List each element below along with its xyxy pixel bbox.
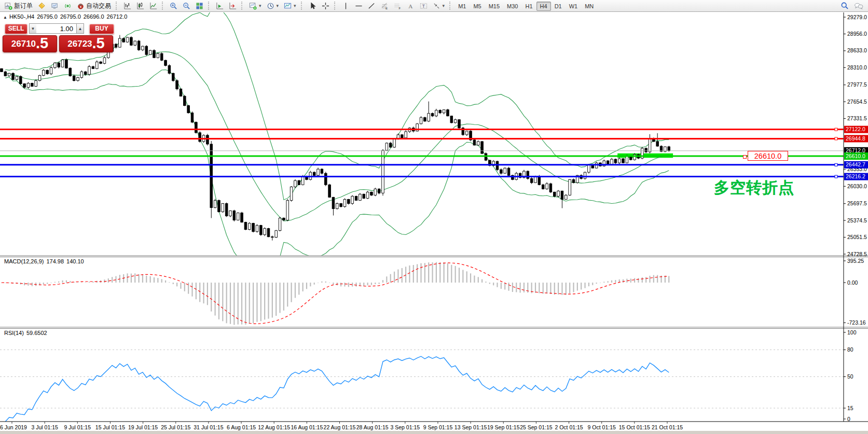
tab-timeframe-m15[interactable]: M15 [485, 2, 503, 11]
svg-text:15: 15 [847, 405, 853, 411]
zoom-out-icon [183, 2, 190, 10]
chart-area[interactable]: 29279.028956.028633.028310.027977.527654… [0, 0, 868, 434]
trend-line-button[interactable] [365, 0, 378, 11]
horizontal-line-button[interactable] [352, 0, 365, 11]
crosshair-button[interactable] [319, 0, 332, 11]
zoom-in-button[interactable] [167, 0, 180, 11]
toolbar-separator [208, 2, 211, 10]
arrows-button[interactable]: ▾ [430, 0, 448, 11]
vertical-line-button[interactable] [339, 0, 352, 11]
hline-handle-icon[interactable] [835, 175, 837, 178]
buy-price-main: 26723 [67, 37, 92, 51]
low-value: 26696.0 [84, 13, 104, 20]
svg-text:31 Jul 01:15: 31 Jul 01:15 [194, 424, 223, 430]
line-chart-button[interactable] [147, 0, 160, 11]
toolbar-separator [241, 2, 244, 10]
tab-timeframe-h1[interactable]: H1 [522, 2, 536, 11]
candlestick-chart-button[interactable] [134, 0, 147, 11]
arrow-objects-icon [433, 2, 440, 10]
svg-text:3 Jul 01:15: 3 Jul 01:15 [31, 424, 58, 430]
svg-text:9 Oct 01:15: 9 Oct 01:15 [588, 424, 616, 430]
signals-button[interactable] [61, 0, 74, 11]
tab-timeframe-w1[interactable]: W1 [566, 2, 582, 11]
clock-icon [267, 2, 274, 10]
svg-text:19 Jul 01:15: 19 Jul 01:15 [128, 424, 158, 430]
svg-text:26610.0: 26610.0 [846, 153, 865, 159]
search-button[interactable] [838, 0, 851, 11]
toolbar-separator [162, 2, 165, 10]
price-annotation-label[interactable]: 26610.0 [748, 151, 788, 161]
price-axis-labels: 29279.028956.028633.028310.027977.527654… [844, 14, 868, 257]
annotation-handle-icon[interactable] [743, 155, 747, 159]
svg-text:E: E [385, 6, 388, 9]
svg-text:28310.0: 28310.0 [847, 64, 867, 71]
line-chart-icon [149, 2, 157, 10]
signals-icon [64, 2, 72, 10]
text-button[interactable]: A [404, 0, 417, 11]
sell-price-main: 26710 [11, 37, 36, 51]
crosshair-icon [322, 2, 329, 10]
buy-price-display[interactable]: 26723.5 [59, 35, 113, 52]
volume-input[interactable] [36, 23, 76, 34]
rsi-name: RSI(14) [4, 330, 24, 336]
cursor-button[interactable] [306, 0, 319, 11]
svg-text:15 Oct 01:15: 15 Oct 01:15 [619, 424, 650, 430]
chart-shift-button[interactable] [226, 0, 239, 11]
market-watch-button[interactable] [48, 0, 61, 11]
svg-text:28633.0: 28633.0 [847, 47, 867, 53]
tab-timeframe-m5[interactable]: M5 [470, 2, 485, 11]
svg-text:0: 0 [847, 416, 850, 422]
bar-chart-button[interactable] [121, 0, 134, 11]
search-icon [841, 2, 849, 10]
svg-text:F: F [398, 6, 401, 9]
auto-trading-label: 自动交易 [86, 2, 111, 10]
fibonacci-icon: E [381, 2, 389, 10]
auto-scroll-button[interactable] [213, 0, 226, 11]
svg-text:50: 50 [847, 373, 853, 380]
quotes-tag-icon [38, 2, 46, 10]
svg-text:27977.5: 27977.5 [847, 81, 867, 88]
collapse-arrow-icon[interactable]: ▲ [3, 15, 7, 20]
tile-windows-button[interactable] [193, 0, 206, 11]
quotes-button[interactable] [35, 0, 48, 11]
sell-price-display[interactable]: 26710.5 [3, 35, 57, 52]
fibonacci-button[interactable]: E [378, 0, 391, 11]
tab-timeframe-h4[interactable]: H4 [536, 2, 551, 11]
open-value: 26795.0 [37, 13, 58, 20]
auto-trading-button[interactable]: 自动交易 [74, 0, 114, 11]
text-label-icon: T [420, 2, 428, 10]
svg-text:27331.5: 27331.5 [847, 115, 867, 121]
periods-button[interactable]: ▾ [264, 0, 282, 11]
tab-timeframe-m30[interactable]: M30 [503, 2, 521, 11]
text-icon: A [407, 2, 415, 10]
svg-text:22 Aug 01:15: 22 Aug 01:15 [324, 424, 356, 430]
svg-text:12 Aug 01:15: 12 Aug 01:15 [258, 424, 290, 430]
chinese-note-text[interactable]: 多空转折点 [714, 177, 794, 199]
svg-text:25 Jul 01:15: 25 Jul 01:15 [161, 424, 190, 430]
buy-button[interactable]: BUY [89, 24, 114, 34]
hline-handle-icon[interactable] [835, 137, 837, 140]
tab-timeframe-mn[interactable]: MN [581, 2, 597, 11]
hline-handle-icon[interactable] [835, 128, 837, 131]
channel-button[interactable]: F [391, 0, 404, 11]
svg-text:29279.0: 29279.0 [847, 14, 867, 20]
volume-increase-button[interactable]: ▲ [76, 23, 84, 34]
text-label-button[interactable]: T [417, 0, 430, 11]
zoom-in-icon [170, 2, 177, 10]
volume-decrease-button[interactable]: ▼ [29, 23, 37, 34]
sell-button[interactable]: SELL [5, 24, 27, 34]
macd-indicator-label: MACD(12,26,9)174.98140.10 [4, 258, 87, 264]
zoom-out-button[interactable] [180, 0, 193, 11]
new-order-button[interactable]: 新订单 [2, 0, 35, 11]
new-order-label: 新订单 [14, 2, 33, 10]
templates-button[interactable]: ▾ [281, 0, 299, 11]
tab-timeframe-m1[interactable]: M1 [454, 2, 470, 11]
svg-text:26944.8: 26944.8 [846, 135, 865, 142]
chat-button[interactable] [851, 0, 866, 11]
hline-handle-icon[interactable] [835, 163, 837, 166]
close-value: 26712.0 [107, 13, 128, 20]
indicators-button[interactable]: ▾ [246, 0, 264, 11]
dropdown-arrow-icon: ▾ [277, 3, 279, 8]
svg-text:16 Aug 01:15: 16 Aug 01:15 [291, 424, 323, 430]
tab-timeframe-d1[interactable]: D1 [551, 2, 566, 11]
